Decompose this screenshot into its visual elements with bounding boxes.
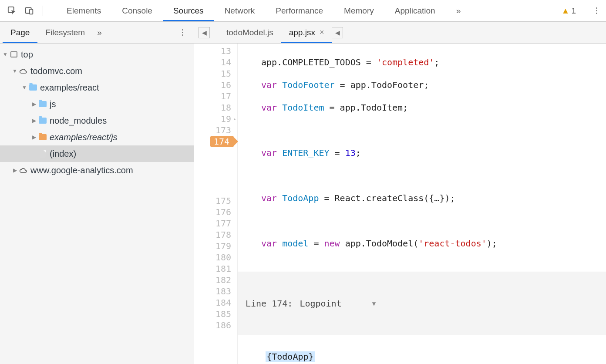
code-line: var model = new app.TodoModel('react-tod…: [261, 238, 606, 249]
line-number[interactable]: 175: [194, 195, 231, 206]
line-number[interactable]: 178: [194, 229, 231, 240]
editor-pane: ◀ todoModel.js app.jsx × ◀ 13 14 15 16 1…: [194, 22, 606, 364]
document-icon: [38, 149, 47, 158]
tab-sources[interactable]: Sources: [163, 0, 214, 21]
divider: [43, 6, 43, 16]
editor-tab-app[interactable]: app.jsx ×: [281, 22, 332, 43]
line-number[interactable]: 15: [194, 68, 231, 79]
show-debugger-icon[interactable]: ◀: [332, 27, 343, 38]
line-number[interactable]: 181: [194, 263, 231, 274]
line-number[interactable]: 14: [194, 57, 231, 68]
more-menu-icon[interactable]: [592, 7, 601, 14]
tab-elements[interactable]: Elements: [56, 0, 111, 21]
code-line: var ENTER_KEY = 13;: [261, 147, 606, 158]
line-number[interactable]: 186: [194, 320, 231, 331]
disclosure-icon: ▼: [21, 84, 28, 91]
divider: [584, 6, 584, 16]
tab-label: todoModel.js: [226, 28, 273, 37]
tab-console[interactable]: Console: [111, 0, 163, 21]
device-toggle-icon[interactable]: [23, 4, 37, 18]
code-editor[interactable]: 13 14 15 16 17 18 19 173 174 175 176 177…: [194, 44, 606, 364]
chevron-right-icon: »: [97, 28, 102, 37]
tabs-overflow[interactable]: »: [446, 0, 471, 21]
line-number[interactable]: 18: [194, 102, 231, 113]
more-menu-icon[interactable]: [178, 29, 187, 36]
navigator-tabs: Page Filesystem »: [0, 22, 194, 44]
logpoint-header: Line 174: Logpoint ▼: [238, 295, 606, 312]
line-number[interactable]: 17: [194, 91, 231, 102]
disclosure-icon: ▼: [2, 51, 9, 57]
code-line: var TodoApp = React.createClass({…});: [261, 192, 606, 204]
tree-label: examples/react/js: [50, 132, 118, 142]
tree-item-mapped[interactable]: ▶ examples/react/js: [0, 129, 194, 145]
tab-page[interactable]: Page: [3, 22, 37, 43]
line-number[interactable]: 176: [194, 206, 231, 218]
tab-label: app.jsx: [289, 28, 315, 37]
tab-label: Elements: [67, 6, 101, 16]
warning-icon: ▲: [562, 6, 570, 16]
logpoint-type-select[interactable]: Logpoint ▼: [300, 298, 376, 309]
line-number[interactable]: 179: [194, 240, 231, 252]
tab-application[interactable]: Application: [384, 0, 446, 21]
line-number[interactable]: 182: [194, 274, 231, 286]
tree-item-folder[interactable]: ▼ examples/react: [0, 79, 194, 96]
tree-item-node-modules[interactable]: ▶ node_modules: [0, 112, 194, 129]
tab-label: Console: [122, 6, 152, 16]
tree-label: js: [50, 99, 56, 109]
close-icon[interactable]: ×: [320, 28, 324, 37]
panel-tabs: Elements Console Sources Network Perform…: [56, 0, 471, 21]
code-line: var TodoFooter = app.TodoFooter;: [261, 79, 606, 91]
tab-performance[interactable]: Performance: [265, 0, 333, 21]
code-content[interactable]: app.COMPLETED_TODOS = 'completed'; var T…: [238, 44, 606, 364]
tree-item-domain[interactable]: ▼ todomvc.com: [0, 63, 194, 79]
folder-icon: [38, 133, 47, 142]
tab-label: Memory: [344, 6, 374, 16]
line-number[interactable]: 177: [194, 218, 231, 229]
logpoint-input[interactable]: {TodoApp}: [238, 335, 606, 364]
tree-item-ga[interactable]: ▶ www.google-analytics.com: [0, 162, 194, 179]
svg-rect-2: [30, 9, 33, 14]
code-line: [261, 215, 606, 226]
line-number[interactable]: 16: [194, 79, 231, 91]
tab-label: Performance: [276, 6, 323, 16]
tree-label: www.google-analytics.com: [30, 165, 133, 175]
tab-label: Page: [10, 28, 30, 37]
tab-label: Sources: [173, 6, 204, 16]
tree-label: top: [21, 50, 33, 60]
line-number[interactable]: 183: [194, 286, 231, 297]
line-number: 174: [210, 136, 234, 147]
tabs-overflow[interactable]: »: [93, 22, 106, 43]
code-line: var TodoItem = app.TodoItem;: [261, 102, 606, 113]
tree-label: node_modules: [50, 116, 107, 126]
tree-item-index[interactable]: (index): [0, 145, 194, 162]
line-number[interactable]: 173: [194, 125, 231, 136]
editor-tab-todomodel[interactable]: todoModel.js: [219, 22, 281, 43]
nav-prev-icon[interactable]: ◀: [199, 27, 210, 38]
tab-network[interactable]: Network: [214, 0, 266, 21]
select-element-icon[interactable]: [5, 4, 19, 18]
tab-label: Application: [395, 6, 435, 16]
line-number[interactable]: 19: [194, 113, 231, 125]
file-tree: ▼ top ▼ todomvc.com ▼ examples/react ▶ j…: [0, 44, 194, 181]
logpoint-line-label: Line 174:: [246, 298, 293, 309]
disclosure-icon: ▶: [30, 101, 37, 107]
tree-label: todomvc.com: [30, 66, 82, 76]
frame-icon: [10, 50, 18, 59]
code-line: app.COMPLETED_TODOS = 'completed';: [261, 57, 606, 68]
folder-icon: [38, 100, 47, 108]
tab-memory[interactable]: Memory: [333, 0, 384, 21]
line-gutter[interactable]: 13 14 15 16 17 18 19 173 174 175 176 177…: [194, 44, 238, 364]
line-number[interactable]: 185: [194, 308, 231, 320]
line-number[interactable]: 180: [194, 252, 231, 263]
line-number[interactable]: 184: [194, 297, 231, 308]
chevron-right-icon: »: [456, 6, 461, 16]
disclosure-icon: ▼: [11, 68, 18, 74]
tab-filesystem[interactable]: Filesystem: [37, 22, 93, 43]
tab-label: Filesystem: [45, 28, 85, 37]
tree-item-js[interactable]: ▶ js: [0, 96, 194, 112]
warning-count[interactable]: ▲ 1: [562, 6, 576, 16]
line-number[interactable]: 13: [194, 45, 231, 57]
tree-item-top[interactable]: ▼ top: [0, 46, 194, 63]
tree-label: examples/react: [40, 83, 99, 93]
logpoint-marker[interactable]: 174: [194, 136, 231, 147]
